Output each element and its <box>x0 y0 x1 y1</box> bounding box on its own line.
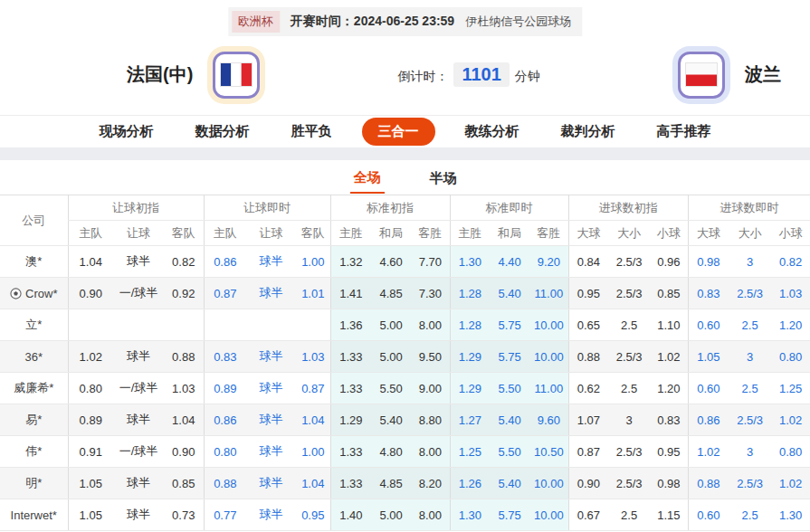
odds-cell: 0.80 <box>771 436 810 468</box>
column-group-header: 进球数即时 <box>688 195 810 221</box>
tab-live-analysis[interactable]: 现场分析 <box>79 123 175 140</box>
tab-coach-analysis[interactable]: 教练分析 <box>444 123 540 140</box>
odds-cell: 5.00 <box>371 341 411 373</box>
column-subheader: 主队 <box>204 221 246 246</box>
odds-cell: 1.29 <box>450 373 490 404</box>
tab-three-in-one[interactable]: 三合一 <box>362 118 435 146</box>
column-group-header: 让球初指 <box>68 195 204 221</box>
column-subheader: 让球 <box>246 221 296 246</box>
odds-cell: 1.33 <box>330 373 371 404</box>
odds-cell: 4.80 <box>371 436 411 468</box>
odds-cell: 1.03 <box>296 341 330 373</box>
odds-cell: 1.01 <box>296 278 330 309</box>
odds-cell: 球半 <box>113 404 164 436</box>
odds-cell: 2.5/3 <box>729 468 771 499</box>
column-subheader: 和局 <box>371 221 411 246</box>
period-subtabs: 全场 半场 <box>0 160 810 195</box>
subtab-half-match[interactable]: 半场 <box>426 163 461 193</box>
odds-cell: 1.00 <box>296 436 330 468</box>
odds-cell: 5.00 <box>371 499 411 531</box>
odds-cell: 0.88 <box>204 468 246 499</box>
odds-cell: 1.26 <box>450 468 490 499</box>
home-team-name: 法国(中) <box>127 62 193 87</box>
odds-cell: 0.86 <box>204 404 246 436</box>
odds-cell: 1.36 <box>330 309 371 341</box>
odds-cell: 1.04 <box>296 468 330 499</box>
column-subheader: 主胜 <box>450 221 490 246</box>
odds-cell: 9.50 <box>411 341 450 373</box>
odds-cell: 2.5/3 <box>608 436 650 468</box>
odds-cell: 8.20 <box>411 468 450 499</box>
odds-cell: 0.60 <box>688 373 729 404</box>
company-cell[interactable]: Crow* <box>0 278 68 309</box>
odds-cell: 0.85 <box>164 468 204 499</box>
odds-cell: 1.02 <box>771 468 810 499</box>
column-subheader: 客胜 <box>529 221 568 246</box>
odds-cell: 3 <box>608 404 650 436</box>
odds-cell: 4.40 <box>490 246 529 278</box>
odds-cell: 7.70 <box>411 246 450 278</box>
odds-cell: 1.33 <box>330 341 371 373</box>
odds-cell: 2.5/3 <box>729 278 771 309</box>
column-subheader: 小球 <box>650 221 688 246</box>
odds-cell: 1.33 <box>330 436 371 468</box>
odds-cell: 2.5/3 <box>608 468 650 499</box>
tab-win-draw-lose[interactable]: 胜平负 <box>271 123 353 140</box>
kickoff-time: 开赛时间：2024-06-25 23:59 <box>291 14 454 30</box>
odds-cell: 1.05 <box>68 468 113 499</box>
odds-cell: 5.40 <box>490 278 529 309</box>
odds-cell: 1.04 <box>296 404 330 436</box>
company-cell[interactable]: 易* <box>0 404 68 436</box>
tab-referee-analysis[interactable]: 裁判分析 <box>540 123 636 140</box>
company-cell[interactable]: 伟* <box>0 436 68 468</box>
subtab-full-match[interactable]: 全场 <box>350 162 385 194</box>
venue-name: 伊杜纳信号公园球场 <box>465 14 571 30</box>
odds-cell <box>204 309 246 341</box>
odds-cell: 10.00 <box>529 468 568 499</box>
company-cell[interactable]: 36* <box>0 341 68 373</box>
odds-cell: 2.5/3 <box>608 341 650 373</box>
odds-cell: 1.28 <box>450 278 490 309</box>
odds-cell: 0.98 <box>650 468 688 499</box>
odds-cell: 球半 <box>113 246 164 278</box>
column-group-header: 标准即时 <box>450 195 568 221</box>
odds-cell: 0.95 <box>650 436 688 468</box>
odds-cell: 一/球半 <box>113 278 164 309</box>
odds-cell: 1.05 <box>68 499 113 531</box>
tab-expert-picks[interactable]: 高手推荐 <box>636 123 732 140</box>
odds-cell: 10.00 <box>529 499 568 531</box>
odds-cell: 一/球半 <box>113 373 164 404</box>
odds-cell: 5.50 <box>371 373 411 404</box>
odds-cell: 1.02 <box>771 404 810 436</box>
column-subheader: 主队 <box>68 221 113 246</box>
odds-cell: 0.88 <box>568 341 608 373</box>
tab-data-analysis[interactable]: 数据分析 <box>175 123 271 140</box>
company-cell[interactable]: Interwet* <box>0 499 68 531</box>
table-row: Crow*0.90一/球半0.920.87球半1.011.414.857.301… <box>0 278 810 309</box>
odds-cell: 1.40 <box>330 499 371 531</box>
odds-cell: 8.00 <box>411 436 450 468</box>
odds-cell: 9.00 <box>411 373 450 404</box>
odds-cell: 0.84 <box>568 246 608 278</box>
countdown-unit: 分钟 <box>515 69 540 83</box>
odds-cell: 球半 <box>113 341 164 373</box>
odds-cell <box>164 309 204 341</box>
away-team-name: 波兰 <box>745 62 781 87</box>
odds-cell: 1.03 <box>771 278 810 309</box>
table-row: 澳*1.04球半0.820.86球半1.001.324.607.701.304.… <box>0 246 810 278</box>
company-cell[interactable]: 澳* <box>0 246 68 278</box>
company-cell[interactable]: 立* <box>0 309 68 341</box>
odds-cell: 1.32 <box>330 246 371 278</box>
odds-cell: 1.15 <box>650 499 688 531</box>
odds-cell: 一/球半 <box>113 436 164 468</box>
table-row: 威廉希*0.80一/球半1.030.89球半0.871.335.509.001.… <box>0 373 810 404</box>
main-nav: 现场分析 数据分析 胜平负 三合一 教练分析 裁判分析 高手推荐 <box>0 115 810 147</box>
odds-cell: 0.80 <box>68 373 113 404</box>
company-cell[interactable]: 威廉希* <box>0 373 68 404</box>
column-group-header: 标准初指 <box>330 195 450 221</box>
odds-table-body: 澳*1.04球半0.820.86球半1.001.324.607.701.304.… <box>0 246 810 531</box>
odds-cell: 球半 <box>246 246 296 278</box>
company-cell[interactable]: 明* <box>0 468 68 499</box>
odds-cell: 0.65 <box>568 309 608 341</box>
odds-cell: 0.83 <box>204 341 246 373</box>
